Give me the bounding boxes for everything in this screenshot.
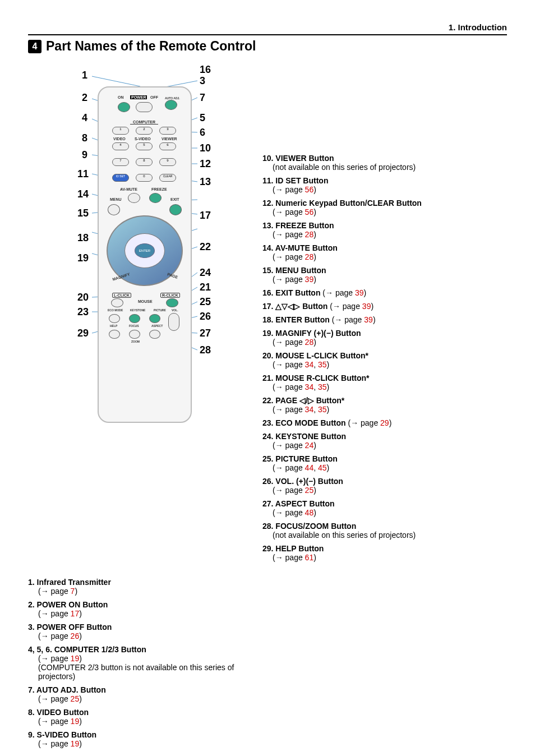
item-sub: (→ page 25)	[273, 486, 507, 495]
item-head: 26. VOL. (+)(−) Button	[262, 477, 507, 486]
list-item: 25. PICTURE Button(→ page 44, 45)	[262, 454, 507, 472]
page-ref-link[interactable]: 25	[71, 694, 80, 703]
callout-26: 26	[200, 311, 211, 322]
list-item: 16. EXIT Button (→ page 39)	[262, 288, 507, 297]
item-head: 19. MAGNIFY (+)(−) Button	[262, 329, 507, 338]
vol-button	[168, 313, 179, 331]
label-menu: MENU	[110, 197, 122, 201]
item-head: 20. MOUSE L-CLICK Button*	[262, 351, 507, 360]
page-ref-link[interactable]: 25	[305, 486, 314, 495]
left-column: 1. Infrared Transmitter(→ page 7)2. POWE…	[28, 578, 263, 753]
item-head: 21. MOUSE R-CLICK Button*	[262, 374, 507, 382]
list-item: 7. AUTO ADJ. Button(→ page 25)	[28, 685, 263, 703]
callout-2: 2	[82, 92, 87, 104]
page-ref-link[interactable]: 35	[318, 405, 327, 414]
item-head: 12. Numeric Keypad Button/CLEAR Button	[262, 199, 507, 208]
section-title-text: Part Names of the Remote Control	[46, 39, 256, 54]
page-ref-link[interactable]: 56	[305, 185, 314, 194]
page-ref-link[interactable]: 7	[71, 587, 75, 596]
item-head: 11. ID SET Button	[262, 176, 507, 185]
page-ref-link[interactable]: 56	[305, 208, 314, 216]
list-item: 2. POWER ON Button(→ page 17)	[28, 600, 263, 618]
page-ref-link[interactable]: 17	[71, 609, 80, 618]
page-ref-link[interactable]: 28	[305, 230, 314, 239]
svideo-button: 5	[136, 142, 153, 150]
list-item: 28. FOCUS/ZOOM Button(not available on t…	[262, 522, 507, 540]
callout-10: 10	[200, 142, 211, 154]
callout-13: 13	[200, 176, 211, 188]
page-ref-link[interactable]: 26	[71, 631, 80, 640]
callout-25: 25	[200, 296, 211, 308]
page-ref-link[interactable]: 28	[305, 252, 314, 261]
page-ref-link[interactable]: 39	[362, 302, 371, 311]
item-sub: (→ page 61)	[273, 553, 507, 562]
item-head: 18. ENTER Button (→ page 39)	[262, 315, 507, 324]
page-ref-link[interactable]: 35	[318, 360, 327, 369]
page-ref-link[interactable]: 28	[305, 338, 314, 347]
list-item: 27. ASPECT Button(→ page 48)	[262, 499, 507, 517]
page-ref-link[interactable]: 61	[305, 553, 314, 562]
page-ref-link[interactable]: 24	[305, 441, 314, 450]
page-ref-link[interactable]: 35	[318, 382, 327, 391]
page-ref-link[interactable]: 29	[380, 418, 389, 427]
item-head: 17. △▽◁▷ Button (→ page 39)	[262, 302, 507, 311]
page-ref-link[interactable]: 39	[364, 315, 373, 324]
list-item: 1. Infrared Transmitter(→ page 7)	[28, 578, 263, 596]
item-head: 22. PAGE ◁/▷ Button*	[262, 396, 507, 405]
section-number-badge: 4	[28, 40, 41, 53]
enter-button: ENTER	[135, 243, 155, 258]
list-item: 18. ENTER Button (→ page 39)	[262, 315, 507, 324]
item-sub: (→ page 24)	[273, 441, 507, 450]
keystone-button	[129, 314, 140, 323]
callout-4: 4	[82, 112, 87, 124]
item-head: 16. EXIT Button (→ page 39)	[262, 288, 507, 297]
item-head: 28. FOCUS/ZOOM Button	[262, 522, 507, 531]
page-ref-link[interactable]: 48	[305, 508, 314, 517]
callout-1: 1	[82, 70, 87, 81]
item-sub: (→ page 19)	[38, 739, 263, 748]
page-ref-link[interactable]: 39	[305, 275, 314, 284]
list-item: 8. VIDEO Button(→ page 19)	[28, 708, 263, 726]
page-ref-link[interactable]: 34	[305, 382, 314, 391]
item-sub: (→ page 28)	[273, 230, 507, 239]
list-item: 4, 5, 6. COMPUTER 1/2/3 Button(→ page 19…	[28, 645, 263, 681]
item-note: (not available on this series of project…	[273, 531, 507, 540]
page-ref-link[interactable]: 45	[318, 463, 327, 472]
callout-7: 7	[200, 92, 205, 104]
callout-5: 5	[200, 112, 205, 124]
list-item: 23. ECO MODE Button (→ page 29)	[262, 418, 507, 427]
remote-diagram: ON POWER OFF AUTO ADJ. COMPUTER 1 2 3 VI…	[28, 64, 262, 566]
video-button: 4	[112, 142, 129, 150]
callout-18: 18	[77, 232, 89, 244]
help-button	[109, 330, 120, 339]
right-column-top: 10. VIEWER Button(not available on this …	[262, 64, 507, 566]
item-head: 14. AV-MUTE Button	[262, 243, 507, 252]
page-ref-link[interactable]: 34	[305, 405, 314, 414]
callout-9: 9	[82, 149, 87, 161]
list-item: 15. MENU Button(→ page 39)	[262, 266, 507, 284]
label-vol: VOL.	[172, 308, 178, 312]
page-ref-link[interactable]: 19	[71, 654, 80, 663]
item-sub: (→ page 48)	[273, 508, 507, 517]
item-head: 10. VIEWER Button	[262, 154, 507, 163]
item-head: 24. KEYSTONE Button	[262, 432, 507, 441]
callout-11: 11	[77, 168, 89, 180]
page-ref-link[interactable]: 39	[355, 288, 364, 297]
avmute-button	[128, 193, 140, 203]
item-sub: (→ page 28)	[273, 338, 507, 347]
aspect-button	[149, 330, 160, 339]
num-8: 8	[136, 158, 153, 166]
lclick-button	[111, 298, 123, 307]
header-rule	[28, 34, 507, 35]
page-ref-link[interactable]: 19	[71, 717, 80, 726]
page-ref-link[interactable]: 34	[305, 360, 314, 369]
list-item: 29. HELP Button(→ page 61)	[262, 544, 507, 562]
label-rclick: R-CLICK	[160, 293, 180, 298]
label-eco: ECO MODE	[108, 308, 123, 312]
exit-button	[169, 204, 182, 215]
auto-adj-button	[165, 100, 177, 110]
page-ref-link[interactable]: 19	[71, 739, 80, 748]
callout-3: 3	[200, 75, 205, 87]
page-ref-link[interactable]: 44	[305, 463, 314, 472]
label-zoom: ZOOM	[131, 340, 140, 343]
